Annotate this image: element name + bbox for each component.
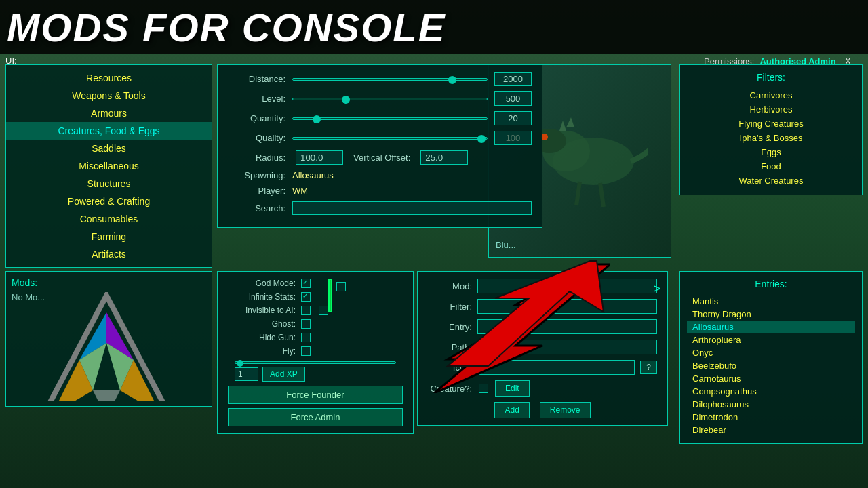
- entry-item-arthropluera[interactable]: Arthropluera: [687, 333, 855, 346]
- filters-title: Filters:: [687, 72, 855, 83]
- hide-gun-checkbox[interactable]: [301, 333, 311, 342]
- sidebar-item-artifacts[interactable]: Artifacts: [6, 245, 212, 263]
- distance-thumb: [448, 76, 456, 84]
- level-slider[interactable]: [292, 98, 488, 100]
- spawning-value: Allosaurus: [292, 170, 334, 180]
- icon-field-label: Icon:: [428, 363, 472, 373]
- entry-item-compsognathus[interactable]: Compsognathus: [687, 385, 855, 398]
- filter-carnivores[interactable]: Carnivores: [687, 88, 855, 102]
- sidebar-item-saddles[interactable]: Saddles: [6, 140, 212, 157]
- entry-field-input[interactable]: [477, 319, 657, 334]
- svg-line-17: [576, 182, 580, 205]
- filters-panel: Filters: Carnivores Herbivores Flying Cr…: [679, 64, 863, 195]
- close-button[interactable]: X: [842, 56, 854, 66]
- level-label: Level:: [228, 94, 285, 104]
- sidebar-item-consumables[interactable]: Consumables: [6, 210, 212, 228]
- entry-item-carnotaurus[interactable]: Carnotaurus: [687, 372, 855, 385]
- infinite-stats-checkbox[interactable]: [301, 292, 311, 302]
- filter-bosses[interactable]: Ipha's & Bosses: [687, 131, 855, 145]
- entry-item-onyc[interactable]: Onyc: [687, 346, 855, 359]
- entry-item-dilophosaurus[interactable]: Dilophosaurus: [687, 398, 855, 411]
- invisible-ai-label: Invisible to AI:: [228, 306, 296, 315]
- sidebar-item-structures[interactable]: Structures: [6, 175, 212, 192]
- invisible-ai-checkbox[interactable]: [301, 306, 311, 315]
- entry-item-beelzebufo[interactable]: Beelzebufo: [687, 359, 855, 372]
- entry-field-label: Entry:: [428, 322, 472, 332]
- god-mode-label: God Mode:: [228, 279, 296, 288]
- filter-herbivores[interactable]: Herbivores: [687, 102, 855, 117]
- sidebar-item-creatures[interactable]: Creatures, Food & Eggs: [6, 122, 212, 140]
- left-sidebar: Resources Weapons & Tools Armours Creatu…: [5, 64, 212, 268]
- entry-item-direbear[interactable]: Direbear: [687, 424, 855, 436]
- xp-slider[interactable]: [235, 361, 396, 364]
- nav-arrow[interactable]: >: [653, 282, 660, 296]
- filter-food[interactable]: Food: [687, 159, 855, 174]
- quality-label: Quality:: [228, 133, 285, 143]
- sidebar-item-powered[interactable]: Powered & Crafting: [6, 192, 212, 210]
- infinite-stats-label: Infinite Stats:: [228, 292, 296, 302]
- filter-eggs[interactable]: Eggs: [687, 145, 855, 159]
- filter-flying[interactable]: Flying Creatures: [687, 117, 855, 131]
- player-value: WM: [292, 186, 308, 196]
- entry-item-mantis[interactable]: Mantis: [687, 295, 855, 308]
- force-admin-button[interactable]: Force Admin: [228, 408, 403, 426]
- vertical-offset-input[interactable]: [420, 150, 468, 165]
- add-button[interactable]: Add: [494, 402, 529, 418]
- page-title: MODS FOR CONSOLE: [7, 5, 446, 50]
- path-field-label: Path:: [428, 342, 472, 352]
- filter-field-input[interactable]: [477, 299, 657, 314]
- creature-field-label: Creature?:: [428, 384, 472, 394]
- quality-value: 100: [494, 131, 532, 145]
- quantity-label: Quantity:: [228, 113, 285, 123]
- permissions-value: Authorised Admin: [760, 56, 835, 66]
- radius-input[interactable]: [296, 150, 343, 165]
- god-mode-checkbox[interactable]: [301, 279, 311, 288]
- path-field-row: Path:: [428, 340, 657, 354]
- mods-title: Mods:: [12, 277, 206, 288]
- xp-input[interactable]: [235, 367, 258, 381]
- filter-water[interactable]: Water Creatures: [687, 174, 855, 188]
- creature-checkbox[interactable]: [479, 384, 488, 393]
- mods-section: Mods: No Mo... ARK: [5, 271, 212, 407]
- sidebar-item-resources[interactable]: Resources: [6, 69, 212, 87]
- icon-field-input[interactable]: [477, 360, 635, 375]
- entry-buttons: Add Remove: [428, 402, 657, 418]
- god-mode-row: God Mode:: [228, 279, 403, 288]
- sidebar-item-weapons[interactable]: Weapons & Tools: [6, 87, 212, 104]
- icon-question-button[interactable]: ?: [640, 361, 657, 374]
- entries-panel: Entries: Mantis Thorny Dragon Allosaurus…: [679, 271, 863, 444]
- mod-options-panel: God Mode: Infinite Stats: Invisible to A…: [217, 271, 414, 434]
- quantity-slider[interactable]: [292, 117, 488, 120]
- fly-checkbox[interactable]: [301, 346, 311, 356]
- mod-field-row: Mod:: [428, 279, 657, 293]
- svg-marker-15: [559, 121, 566, 131]
- ghost-checkbox[interactable]: [301, 319, 311, 329]
- svg-marker-16: [566, 117, 574, 127]
- entry-item-allosaurus[interactable]: Allosaurus: [687, 321, 855, 333]
- sidebar-item-farming[interactable]: Farming: [6, 228, 212, 245]
- entry-item-thorny-dragon[interactable]: Thorny Dragon: [687, 308, 855, 321]
- ui-label: UI:: [5, 56, 17, 66]
- sidebar-item-armours[interactable]: Armours: [6, 104, 212, 122]
- extra-checkbox-1[interactable]: [336, 282, 346, 291]
- search-input[interactable]: [292, 201, 532, 215]
- quality-slider[interactable]: [292, 137, 488, 140]
- extra-checkbox-2[interactable]: [319, 306, 328, 315]
- sidebar-item-misc[interactable]: Miscellaneous: [6, 157, 212, 175]
- svg-marker-7: [93, 390, 120, 401]
- quantity-row: Quantity: 20: [228, 111, 532, 125]
- remove-button[interactable]: Remove: [540, 402, 591, 418]
- force-founder-button[interactable]: Force Founder: [228, 386, 403, 404]
- spawn-panel: Distance: 2000 Level: 500 Quantity: 20 Q…: [217, 64, 542, 228]
- distance-value: 2000: [494, 72, 532, 86]
- path-field-input[interactable]: [477, 340, 657, 354]
- entry-item-dimetrodon[interactable]: Dimetrodon: [687, 411, 855, 424]
- fly-row: Fly:: [228, 346, 403, 356]
- edit-button[interactable]: Edit: [495, 380, 530, 396]
- ghost-row: Ghost:: [228, 319, 403, 329]
- distance-slider[interactable]: [292, 78, 488, 81]
- filter-field-row: Filter:: [428, 299, 657, 314]
- add-xp-button[interactable]: Add XP: [262, 367, 305, 382]
- mod-field-input[interactable]: [477, 279, 657, 293]
- filter-field-label: Filter:: [428, 302, 472, 312]
